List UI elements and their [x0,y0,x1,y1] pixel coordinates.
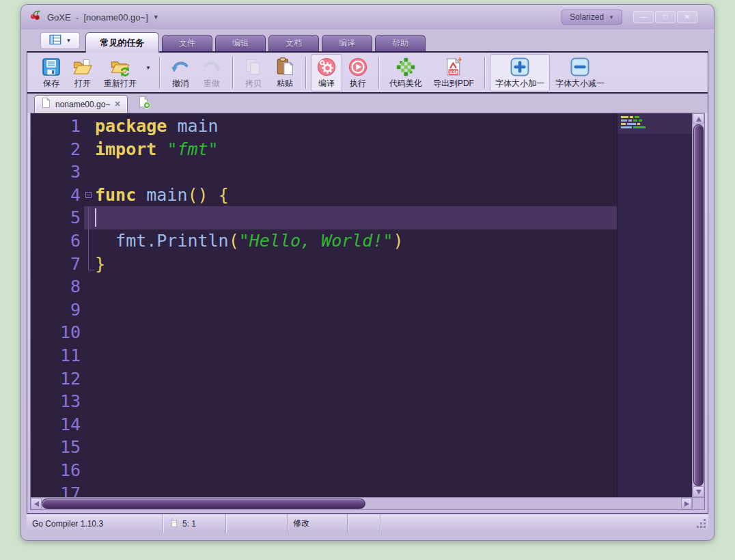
arrow-up-icon [696,117,702,122]
toolbar-button-compile[interactable]: 编译 [311,54,342,92]
code-line[interactable]: 12 [31,367,617,391]
toolbar-button-paste[interactable]: 粘贴 [269,54,301,92]
code-line[interactable]: 4func main() { [31,184,617,207]
code-line[interactable]: 13 [31,390,617,413]
code-text: func main() { [95,184,617,207]
gutter-fold-column [84,367,95,391]
code-line[interactable]: 11 [31,344,617,367]
code-line[interactable]: 7} [31,253,617,276]
code-line[interactable]: 6 fmt.Println("Hello, World!") [31,229,617,253]
code-text [95,275,617,298]
toolbar-button-export-pdf[interactable]: PDF导出到PDF [428,54,480,92]
code-line[interactable]: 16 [31,459,617,482]
scroll-down-button[interactable] [693,486,704,497]
title-dropdown-icon[interactable]: ▼ [153,14,159,20]
ribbon-tab[interactable]: 帮助 [375,35,426,51]
toolbar-button-label: 编译 [318,78,335,89]
code-line[interactable]: 15 [31,436,617,459]
toolbar-button-redo: 重做 [196,54,227,92]
line-number: 2 [31,138,84,161]
modified-status-label: 修改 [293,518,309,529]
code-line[interactable]: 10 [31,321,617,344]
vertical-scroll-thumb[interactable] [693,124,704,486]
line-number: 10 [31,321,84,344]
gutter-fold-column [84,206,95,229]
scroll-left-button[interactable] [31,498,42,509]
line-number: 9 [31,298,84,322]
gutter-fold-column [84,184,95,207]
toolbar-button-font-increase[interactable]: 字体大小加一 [490,54,550,92]
gutter-fold-column [84,413,95,436]
gutter-fold-column [84,436,95,459]
minimap[interactable] [617,113,692,497]
new-document-button[interactable] [137,96,151,111]
ribbon-tab[interactable]: 文件 [162,35,212,51]
code-text [95,344,617,367]
code-line[interactable]: 14 [31,413,617,436]
code-line[interactable]: 8 [31,275,617,298]
line-number: 14 [31,413,84,436]
code-lines: 1package main2import "fmt"34func main() … [31,115,617,497]
toolbar-button-label: 导出到PDF [433,78,474,89]
gutter-fold-column [84,344,95,367]
code-line[interactable]: 2import "fmt" [31,138,617,161]
toolbar-button-undo[interactable]: 撤消 [165,54,196,92]
gutter-fold-column [84,115,95,138]
code-line[interactable]: 5 [31,206,617,229]
vertical-scrollbar[interactable] [692,113,704,497]
line-number: 8 [31,275,84,298]
status-position-section: 5: 1 [163,514,226,533]
app-menu-button[interactable]: ▼ [40,32,80,49]
toolbar-button-run[interactable]: 执行 [342,54,374,92]
line-number: 12 [31,367,84,391]
scrollbar-corner [692,497,704,509]
gutter-fold-column [84,459,95,482]
grid-icon [49,34,61,47]
scroll-up-button[interactable] [693,113,704,124]
toolbar-button-beautify[interactable]: 代码美化 [384,54,428,92]
code-line[interactable]: 9 [31,298,617,322]
beautify-icon [396,57,416,77]
line-number: 15 [31,436,84,459]
theme-selector-button[interactable]: Solarized ▼ [561,10,622,25]
ribbon-tab[interactable]: 编辑 [215,35,266,51]
ribbon-tab[interactable]: 文档 [268,35,319,51]
toolbar-button-copy: 拷贝 [238,54,269,92]
ribbon-tab[interactable]: 常见的任务 [85,32,159,53]
code-line[interactable]: 1package main [31,115,617,138]
status-compiler-section: Go Compiler 1.10.3 [27,514,163,533]
titlebar[interactable]: GoXE - [noname00.go~] ▼ Solarized ▼ — □ … [21,5,714,29]
export-pdf-icon: PDF [443,57,464,77]
document-tab[interactable]: noname00.go~ ✕ [34,95,128,113]
close-tab-icon[interactable]: ✕ [114,100,120,109]
close-button[interactable]: ✕ [677,11,697,23]
code-line[interactable]: 17 [31,482,617,498]
window-title: GoXE - [noname00.go~] [47,12,148,23]
fold-guide [88,229,95,253]
open-folder-icon [72,57,93,77]
horizontal-scrollbar[interactable] [31,497,692,509]
toolbar-button-font-decrease[interactable]: 字体大小减一 [550,54,610,92]
horizontal-scroll-thumb[interactable] [42,499,365,509]
minimize-button[interactable]: — [633,11,654,23]
code-line[interactable]: 3 [31,160,617,184]
scroll-right-button[interactable] [681,498,692,509]
maximize-button[interactable]: □ [655,11,676,23]
code-text: package main [95,115,617,138]
document-tab-label: noname00.go~ [55,100,110,109]
toolbar-button-open-folder[interactable]: 打开 [67,54,98,92]
code-editor[interactable]: 1package main2import "fmt"34func main() … [31,113,692,497]
chevron-down-icon: ▼ [66,38,72,44]
gutter-fold-column [84,229,95,253]
resize-grip[interactable] [697,519,706,529]
fold-marker-icon[interactable] [85,192,92,198]
toolbar-button-save[interactable]: 保存 [36,54,67,92]
chevron-down-icon[interactable]: ▼ [142,65,154,71]
font-increase-icon [510,57,530,77]
toolbar-button-reopen-folder[interactable]: 重新打开 [98,54,142,92]
window-controls: — □ ✕ [633,11,697,23]
maximize-icon: □ [663,14,667,20]
gutter-fold-column [84,253,95,276]
ribbon-tab[interactable]: 编译 [322,35,372,51]
toolbar-button-label: 重新打开 [104,78,137,89]
